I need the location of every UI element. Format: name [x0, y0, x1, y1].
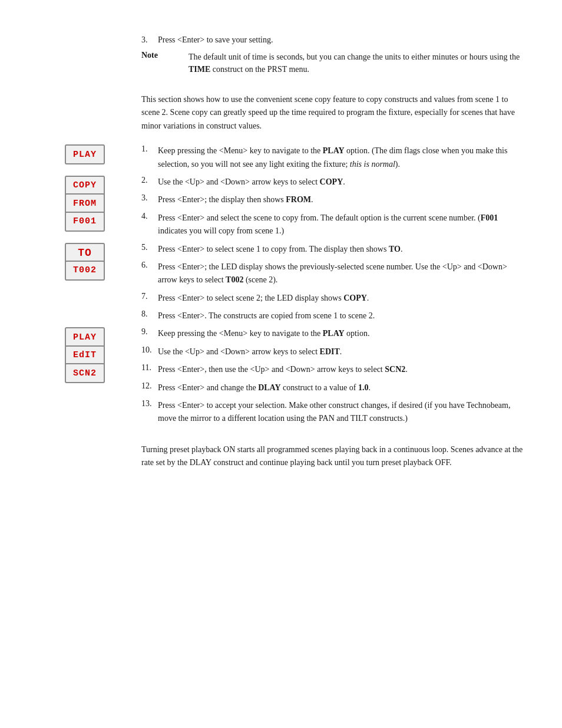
step-9-text: Keep pressing the <Menu> key to navigate… [158, 327, 527, 340]
page: 3. Press <Enter> to save your setting. N… [0, 0, 562, 505]
step-2-text: Use the <Up> and <Down> arrow keys to se… [158, 176, 527, 189]
step-7-row: 7. Press <Enter> to select scene 2; the … [141, 292, 527, 305]
step-3-text: Press <Enter>; the display then shows FR… [158, 193, 527, 206]
step-13-row: 13. Press <Enter> to accept your selecti… [141, 399, 527, 426]
steps-section: PLAY 1. Keep pressing the <Menu> key to … [141, 144, 527, 426]
step-12-number: 12. [141, 381, 158, 391]
step-9-row: PLAY 9. Keep pressing the <Menu> key to … [141, 327, 527, 340]
step-1-row: PLAY 1. Keep pressing the <Menu> key to … [141, 144, 527, 171]
step-10-text: Use the <Up> and <Down> arrow keys to se… [158, 345, 527, 358]
step-3-row: FROM 3. Press <Enter>; the display then … [141, 193, 527, 206]
step-9-number: 9. [141, 327, 158, 337]
step-2-row: COPY 2. Use the <Up> and <Down> arrow ke… [141, 176, 527, 189]
note-block: Note The default unit of time is seconds… [141, 51, 527, 75]
note-text: The default unit of time is seconds, but… [189, 51, 527, 75]
step-13-number: 13. [141, 399, 158, 409]
led-display-scn2: SCN2 [65, 363, 105, 383]
step-5-text: Press <Enter> to select scene 1 to copy … [158, 243, 527, 256]
led-display-t002: T002 [65, 261, 105, 281]
step-7-number: 7. [141, 292, 158, 301]
step-7-text: Press <Enter> to select scene 2; the LED… [158, 292, 527, 305]
step-5-row: TO 5. Press <Enter> to select scene 1 to… [141, 243, 527, 256]
step-4-number: 4. [141, 212, 158, 221]
step-1-text: Keep pressing the <Menu> key to navigate… [158, 144, 527, 171]
step-11-text: Press <Enter>, then use the <Up> and <Do… [158, 363, 527, 376]
top-step-number: 3. [141, 35, 158, 45]
step-10-row: EdIT 10. Use the <Up> and <Down> arrow k… [141, 345, 527, 358]
led-display-to: TO [65, 243, 105, 263]
led-display-from: FROM [65, 193, 105, 213]
step-5-number: 5. [141, 243, 158, 252]
step-10-number: 10. [141, 345, 158, 355]
step-4-text: Press <Enter> and select the scene to co… [158, 212, 527, 238]
step-2-number: 2. [141, 176, 158, 185]
step-8-text: Press <Enter>. The constructs are copied… [158, 309, 527, 322]
step-8-number: 8. [141, 309, 158, 319]
final-section: Turning preset playback ON starts all pr… [141, 443, 527, 470]
step-3-number: 3. [141, 193, 158, 203]
led-display-play-1: PLAY [65, 144, 105, 164]
led-display-copy: COPY [65, 176, 105, 196]
step-8-row: 8. Press <Enter>. The constructs are cop… [141, 309, 527, 322]
step-13-text: Press <Enter> to accept your selection. … [158, 399, 527, 426]
led-display-play-2: PLAY [65, 327, 105, 347]
step-6-number: 6. [141, 261, 158, 270]
step-11-number: 11. [141, 363, 158, 373]
top-step-row: 3. Press <Enter> to save your setting. [141, 35, 527, 45]
step-12-text: Press <Enter> and change the DLAY constr… [158, 381, 527, 394]
step-11-row: SCN2 11. Press <Enter>, then use the <Up… [141, 363, 527, 376]
led-display-edit: EdIT [65, 345, 105, 365]
top-step-text: Press <Enter> to save your setting. [158, 35, 273, 45]
led-display-f001: F001 [65, 212, 105, 232]
section-intro: This section shows how to use the conven… [141, 93, 527, 133]
note-label: Note [141, 51, 189, 75]
step-12-row: 12. Press <Enter> and change the DLAY co… [141, 381, 527, 394]
step-1-number: 1. [141, 144, 158, 154]
step-6-text: Press <Enter>; the LED display shows the… [158, 261, 527, 287]
step-6-row: T002 6. Press <Enter>; the LED display s… [141, 261, 527, 287]
content-area: 3. Press <Enter> to save your setting. N… [141, 35, 527, 470]
step-4-row: F001 4. Press <Enter> and select the sce… [141, 212, 527, 238]
